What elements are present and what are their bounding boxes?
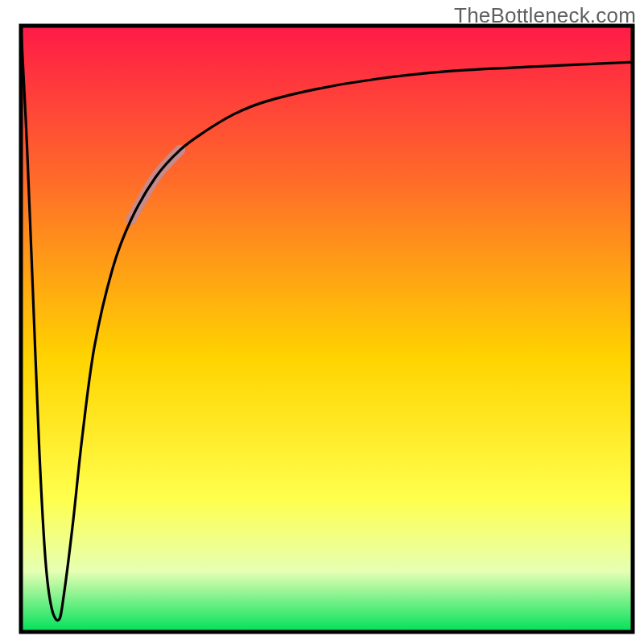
attribution-label: TheBottleneck.com (454, 3, 636, 28)
bottleneck-chart (0, 0, 644, 644)
plot-background (21, 26, 633, 632)
chart-stage: TheBottleneck.com (0, 0, 644, 644)
